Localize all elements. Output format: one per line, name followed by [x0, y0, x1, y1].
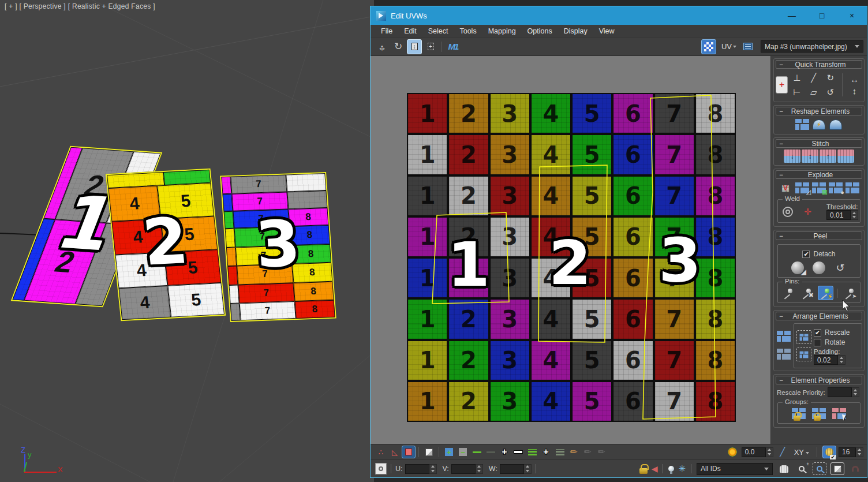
- shrink-loop-button[interactable]: [553, 446, 567, 458]
- ungroup-button[interactable]: [811, 406, 827, 421]
- rescale-checkbox[interactable]: ✔: [814, 329, 821, 337]
- rollout-header-reshape[interactable]: − Reshape Elements: [776, 107, 862, 115]
- spin-down-icon[interactable]: [524, 469, 531, 473]
- falloff-curve-button[interactable]: ╱: [776, 446, 790, 458]
- menu-display[interactable]: Display: [558, 27, 593, 35]
- falloff-space-selector[interactable]: XY: [794, 448, 809, 457]
- edge-mode-button[interactable]: ◺: [388, 446, 402, 458]
- grow-element-button[interactable]: +: [442, 446, 456, 458]
- stitch-to-average-button[interactable]: ↕: [802, 150, 818, 163]
- rotate-ccw-90-button[interactable]: ↺: [822, 85, 838, 99]
- padding-value[interactable]: 0.02: [814, 355, 838, 365]
- uv-edit-canvas[interactable]: 1234567812345678123456781234567812345678…: [371, 56, 770, 444]
- spin-up-icon[interactable]: [838, 356, 845, 360]
- rescale-priority-value[interactable]: [828, 387, 852, 397]
- pin-tool-button[interactable]: [781, 286, 796, 300]
- auto-pin-toggle-button[interactable]: ⚡: [818, 286, 833, 300]
- u-spinner[interactable]: [405, 464, 437, 474]
- spin-down-icon[interactable]: [429, 469, 436, 473]
- spin-up-icon[interactable]: [476, 465, 482, 469]
- shrink-selection-button[interactable]: [511, 446, 525, 458]
- unpin-tool-button[interactable]: ✖: [799, 286, 815, 300]
- collapse-icon[interactable]: −: [779, 232, 788, 240]
- brush-size-spinner[interactable]: 16: [839, 447, 863, 457]
- pack-normalize-button[interactable]: [776, 329, 791, 343]
- rollout-header-arrange[interactable]: − Arrange Elements: [776, 312, 862, 320]
- collapse-icon[interactable]: −: [779, 107, 788, 115]
- collapse-icon[interactable]: −: [779, 312, 788, 320]
- vertex-mode-button[interactable]: ∴: [374, 446, 388, 458]
- paint-select-subtract-button[interactable]: ✎: [594, 446, 608, 458]
- straighten-selection-button[interactable]: [795, 117, 810, 132]
- pack-selected-button[interactable]: [796, 330, 811, 344]
- align-horizontal-button[interactable]: ⊢: [789, 85, 805, 99]
- polygon-mode-button[interactable]: [402, 446, 416, 458]
- scale-tool-button[interactable]: ↕: [407, 39, 422, 54]
- soft-selection-falloff-spinner[interactable]: 0.0: [742, 447, 773, 457]
- space-horizontal-button[interactable]: ↔: [847, 73, 862, 85]
- menu-edit[interactable]: Edit: [398, 27, 422, 35]
- spin-up-icon[interactable]: [856, 448, 863, 453]
- freeform-tool-button[interactable]: +: [423, 39, 438, 54]
- paint-soft-selection-button[interactable]: [822, 446, 836, 458]
- grow-loop-button[interactable]: [525, 446, 539, 458]
- menu-select[interactable]: Select: [422, 27, 454, 35]
- flatten-by-smoothing-group-button[interactable]: ▦V: [778, 181, 794, 195]
- collapse-icon[interactable]: −: [779, 140, 788, 148]
- collapse-icon[interactable]: −: [779, 376, 788, 384]
- w-value[interactable]: [500, 464, 524, 474]
- weld-custom-button[interactable]: [780, 204, 795, 219]
- show-map-toggle-button[interactable]: [701, 39, 716, 54]
- collapse-icon[interactable]: −: [779, 171, 788, 179]
- grow-selection-button[interactable]: +: [497, 446, 511, 458]
- spin-up-icon[interactable]: [524, 465, 531, 469]
- weld-selected-button[interactable]: ✛: [800, 204, 815, 219]
- stitch-custom-button[interactable]: [837, 150, 854, 163]
- zoom-button[interactable]: ±: [795, 462, 809, 475]
- viewport-label[interactable]: [ + ] [ Perspective ] [ Realistic + Edge…: [5, 2, 155, 10]
- grow-loop-plus-button[interactable]: +: [539, 446, 553, 458]
- rollout-header-explode[interactable]: − Explode: [776, 170, 862, 179]
- lock-selection-icon[interactable]: [639, 468, 648, 474]
- highlight-selection-icon[interactable]: [668, 466, 674, 472]
- viewport-object-2[interactable]: 454545452: [106, 169, 226, 321]
- spin-down-icon[interactable]: [476, 469, 482, 473]
- rollout-header-quick-transform[interactable]: − Quick Transform: [776, 60, 862, 69]
- material-id-filter-dropdown[interactable]: All IDs: [697, 463, 773, 475]
- pan-button[interactable]: [777, 462, 791, 475]
- rotate-checkbox[interactable]: [814, 339, 821, 346]
- perspective-viewport[interactable]: [ + ] [ Perspective ] [ Realistic + Edge…: [0, 0, 374, 482]
- relax-until-flat-button[interactable]: ⚡: [811, 117, 827, 132]
- stitch-to-target-button[interactable]: ↓: [784, 150, 800, 163]
- detach-checkbox[interactable]: ✔: [802, 251, 810, 258]
- spin-down-icon[interactable]: [852, 393, 859, 397]
- uvw-space-selector[interactable]: UV: [721, 42, 736, 51]
- zoom-extents-button[interactable]: [830, 462, 844, 475]
- rescale-elements-button[interactable]: [796, 348, 811, 361]
- spin-down-icon[interactable]: [838, 360, 845, 365]
- menu-tools[interactable]: Tools: [454, 27, 482, 35]
- paint-select-button[interactable]: ✎: [567, 446, 581, 458]
- quick-peel-button[interactable]: ◢: [790, 260, 806, 275]
- linear-align-button[interactable]: ╱: [806, 70, 821, 85]
- move-tool-button[interactable]: ↔↕: [375, 39, 390, 54]
- element-toggle-button[interactable]: [422, 446, 436, 458]
- pack-together-button[interactable]: [776, 347, 791, 361]
- window-titlebar[interactable]: Edit UVWs — □ ×: [371, 6, 867, 25]
- spin-up-icon[interactable]: [852, 388, 859, 393]
- space-vertical-button[interactable]: ↕: [847, 85, 862, 96]
- group-selected-button[interactable]: [791, 406, 807, 421]
- align-vertical-button[interactable]: ⊥: [789, 70, 805, 85]
- peel-mode-button[interactable]: [811, 260, 827, 275]
- threshold-spinner[interactable]: 0.01: [826, 210, 858, 220]
- viewport-object-3[interactable]: 777878787878783: [220, 172, 336, 322]
- spin-up-icon[interactable]: [429, 465, 436, 469]
- v-spinner[interactable]: [451, 464, 483, 474]
- paint-select-add-button[interactable]: ✎: [581, 446, 594, 458]
- freeze-icon[interactable]: ✳: [678, 464, 686, 474]
- menu-view[interactable]: View: [593, 27, 620, 35]
- maximize-button[interactable]: □: [807, 6, 837, 25]
- rescale-priority-spinner[interactable]: [828, 387, 859, 397]
- flatten-by-polygon-angle-button[interactable]: ◿: [795, 181, 810, 195]
- flatten-by-hard-edges-button[interactable]: ●: [828, 181, 844, 195]
